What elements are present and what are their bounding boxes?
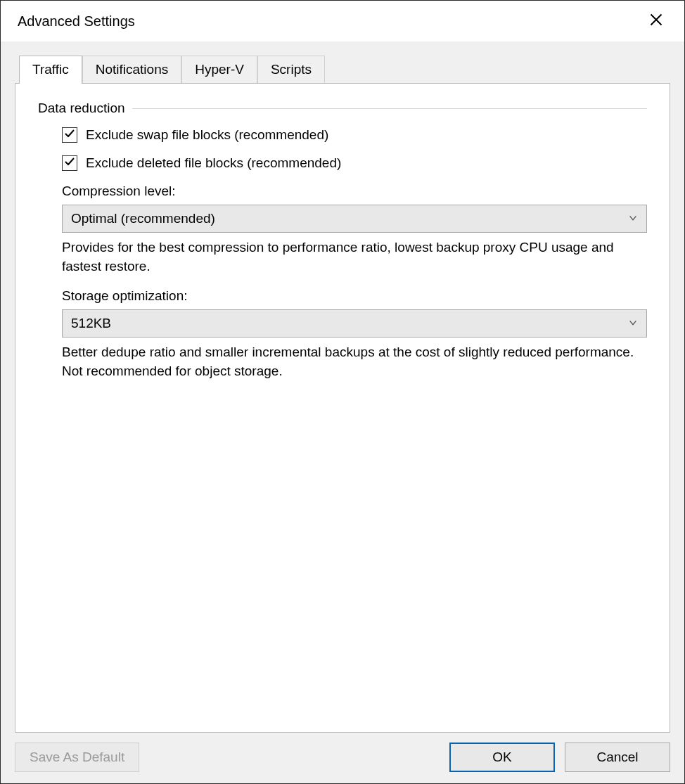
ok-button[interactable]: OK <box>449 743 555 772</box>
save-as-default-button: Save As Default <box>15 743 139 772</box>
exclude-swap-row: Exclude swap file blocks (recommended) <box>62 127 647 143</box>
exclude-deleted-row: Exclude deleted file blocks (recommended… <box>62 155 647 171</box>
group-divider <box>132 108 647 109</box>
exclude-swap-label: Exclude swap file blocks (recommended) <box>86 127 328 143</box>
cancel-button[interactable]: Cancel <box>565 743 670 772</box>
storage-dropdown[interactable]: 512KB <box>62 309 647 338</box>
titlebar: Advanced Settings <box>1 1 684 41</box>
advanced-settings-dialog: Advanced Settings Traffic Notifications … <box>0 0 685 784</box>
compression-help: Provides for the best compression to per… <box>62 238 647 276</box>
dialog-body: Traffic Notifications Hyper-V Scripts Da… <box>1 41 684 783</box>
dialog-footer: Save As Default OK Cancel <box>15 733 670 772</box>
storage-label: Storage optimization: <box>62 288 647 304</box>
exclude-swap-checkbox[interactable] <box>62 127 77 143</box>
compression-dropdown[interactable]: Optimal (recommended) <box>62 205 647 233</box>
chevron-down-icon <box>628 211 638 226</box>
storage-help: Better dedupe ratio and smaller incremen… <box>62 343 647 380</box>
storage-field: Storage optimization: 512KB Better dedup… <box>62 288 647 380</box>
compression-label: Compression level: <box>62 184 647 199</box>
tab-scripts[interactable]: Scripts <box>257 56 325 83</box>
group-header: Data reduction <box>38 101 647 116</box>
chevron-down-icon <box>628 316 638 331</box>
tabs: Traffic Notifications Hyper-V Scripts <box>19 56 670 83</box>
tab-panel-traffic: Data reduction Exclude swap file blocks … <box>15 83 670 733</box>
storage-value: 512KB <box>71 316 111 331</box>
close-icon <box>649 13 663 30</box>
tab-traffic[interactable]: Traffic <box>19 56 82 84</box>
compression-field: Compression level: Optimal (recommended)… <box>62 184 647 276</box>
exclude-deleted-label: Exclude deleted file blocks (recommended… <box>86 155 341 171</box>
tab-notifications[interactable]: Notifications <box>82 56 182 83</box>
check-icon <box>64 127 75 143</box>
window-title: Advanced Settings <box>18 13 642 30</box>
tab-hyper-v[interactable]: Hyper-V <box>181 56 257 83</box>
exclude-deleted-checkbox[interactable] <box>62 155 77 171</box>
check-icon <box>64 155 75 171</box>
close-button[interactable] <box>642 7 670 35</box>
compression-value: Optimal (recommended) <box>71 211 215 226</box>
group-title: Data reduction <box>38 101 125 116</box>
